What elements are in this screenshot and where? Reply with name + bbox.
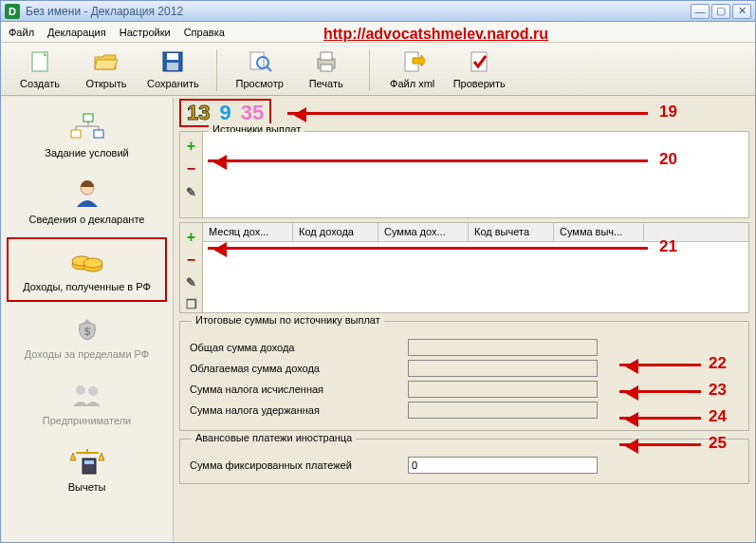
toolbar-print-label: Печать [309, 78, 343, 89]
toolbar-create[interactable]: Создать [10, 46, 69, 91]
arrow-23 [619, 390, 701, 393]
toolbar-open[interactable]: Открыть [77, 46, 136, 91]
col-deduction-code[interactable]: Код вычета [469, 223, 554, 241]
arrow-24 [619, 417, 701, 420]
menu-settings[interactable]: Настройки [120, 27, 171, 38]
callout-25: 25 [709, 434, 727, 453]
nav-entrepreneurs-label: Предприниматели [43, 415, 131, 426]
nav-declarant[interactable]: Сведения о декларанте [7, 171, 167, 234]
toolbar-check-label: Проверить [453, 78, 506, 89]
nav-deductions[interactable]: Вычеты [7, 439, 167, 501]
nav-entrepreneurs[interactable]: Предприниматели [7, 372, 167, 435]
toolbar-separator [216, 49, 217, 91]
arrow-20 [208, 159, 648, 162]
toolbar-preview-label: Просмотр [236, 78, 284, 89]
sources-list[interactable] [203, 132, 748, 217]
svg-point-29 [88, 386, 98, 396]
open-folder-icon [92, 47, 120, 76]
toolbar-save-label: Сохранить [147, 78, 199, 89]
details-toolbar: + − ✎ ❐ [180, 223, 203, 312]
rate-13-button[interactable]: 13 [187, 101, 210, 125]
svg-point-28 [76, 385, 85, 395]
svg-rect-15 [83, 114, 93, 122]
total-income-field [408, 339, 598, 356]
svg-marker-3 [95, 60, 118, 69]
fixed-payments-input[interactable] [408, 457, 598, 474]
arrow-22 [619, 364, 701, 366]
col-month[interactable]: Месяц дох... [203, 223, 293, 241]
add-income-button[interactable]: + [183, 229, 200, 246]
edit-source-button[interactable]: ✎ [183, 183, 200, 200]
income-details-panel: + − ✎ ❐ Месяц дох... Код дохода Сумма до… [179, 222, 749, 313]
toolbar-xml[interactable]: Файл xml [383, 46, 442, 91]
toolbar-check[interactable]: Проверить [450, 46, 509, 91]
callout-20: 20 [659, 150, 677, 169]
nav-income-abroad-label: Доходы за пределами РФ [25, 348, 149, 360]
callout-19: 19 [659, 103, 677, 122]
nav-income-abroad[interactable]: $ Доходы за пределами РФ [7, 306, 167, 368]
nav-income-rf-label: Доходы, полученные в РФ [23, 281, 151, 292]
svg-rect-12 [321, 65, 332, 71]
toolbar-open-label: Открыть [85, 78, 126, 89]
nav-conditions[interactable]: Задание условий [7, 104, 167, 167]
add-source-button[interactable]: + [183, 138, 200, 155]
svg-rect-5 [167, 53, 178, 60]
total-income-label: Общая сумма дохода [190, 342, 408, 353]
col-deduction-sum[interactable]: Сумма выч... [554, 223, 644, 241]
svg-text:$: $ [83, 326, 89, 337]
toolbar-separator-2 [369, 49, 370, 91]
toolbar: Создать Открыть Сохранить Просмотр Печа [1, 43, 755, 96]
close-button[interactable]: ✕ [732, 4, 751, 19]
app-window: D Без имени - Декларация 2012 — ▢ ✕ Файл… [0, 0, 756, 543]
nav-conditions-label: Задание условий [45, 147, 128, 159]
sources-panel: Источники выплат + − ✎ [179, 131, 749, 218]
nav-income-rf[interactable]: Доходы, полученные в РФ [7, 237, 167, 302]
magnifier-page-icon [246, 47, 274, 76]
rate-9-button[interactable]: 9 [219, 101, 230, 125]
save-floppy-icon [158, 47, 187, 76]
callout-22: 22 [709, 354, 727, 373]
svg-rect-14 [471, 52, 487, 71]
col-income-sum[interactable]: Сумма дох... [378, 223, 469, 241]
calculator-scales-icon [66, 445, 108, 477]
printer-icon [312, 47, 341, 76]
export-file-icon [398, 47, 427, 76]
copy-income-button[interactable]: ❐ [183, 296, 200, 312]
moneybag-icon: $ [66, 312, 108, 345]
taxable-income-label: Облагаемая сумма дохода [190, 363, 408, 374]
overlay-url: http://advocatshmelev.narod.ru [323, 26, 548, 43]
window-title: Без имени - Декларация 2012 [26, 5, 183, 18]
toolbar-save[interactable]: Сохранить [143, 46, 203, 91]
toolbar-print[interactable]: Печать [297, 46, 356, 91]
svg-rect-6 [167, 63, 178, 70]
svg-rect-17 [94, 130, 103, 138]
toolbar-preview[interactable]: Просмотр [230, 46, 289, 91]
app-icon: D [5, 4, 20, 19]
people-icon [66, 379, 108, 411]
rate-35-button[interactable]: 35 [241, 101, 264, 125]
main-panel: 13 9 35 Источники выплат + − ✎ + [174, 97, 755, 542]
tax-withheld-label: Сумма налога удержанная [190, 404, 408, 416]
sidebar: Задание условий Сведения о декларанте До… [1, 97, 174, 542]
callout-23: 23 [709, 381, 727, 400]
new-file-icon [26, 47, 54, 76]
menu-declaration[interactable]: Декларация [47, 27, 106, 38]
tax-calculated-label: Сумма налога исчисленная [190, 384, 408, 395]
remove-income-button[interactable]: − [183, 252, 200, 269]
callout-21: 21 [659, 237, 677, 256]
svg-point-26 [83, 258, 102, 268]
coins-icon [66, 245, 108, 277]
totals-groupbox: Итоговые суммы по источнику выплат Общая… [179, 321, 749, 431]
edit-income-button[interactable]: ✎ [183, 274, 200, 290]
minimize-button[interactable]: — [691, 4, 710, 19]
taxable-income-field [408, 360, 598, 377]
arrow-25 [619, 443, 701, 446]
person-icon [66, 178, 108, 210]
remove-source-button[interactable]: − [183, 160, 200, 178]
toolbar-create-label: Создать [20, 78, 60, 89]
toolbar-xml-label: Файл xml [390, 78, 434, 89]
menu-file[interactable]: Файл [9, 27, 34, 38]
col-income-code[interactable]: Код дохода [293, 223, 378, 241]
maximize-button[interactable]: ▢ [711, 4, 730, 19]
menu-help[interactable]: Справка [184, 27, 225, 38]
